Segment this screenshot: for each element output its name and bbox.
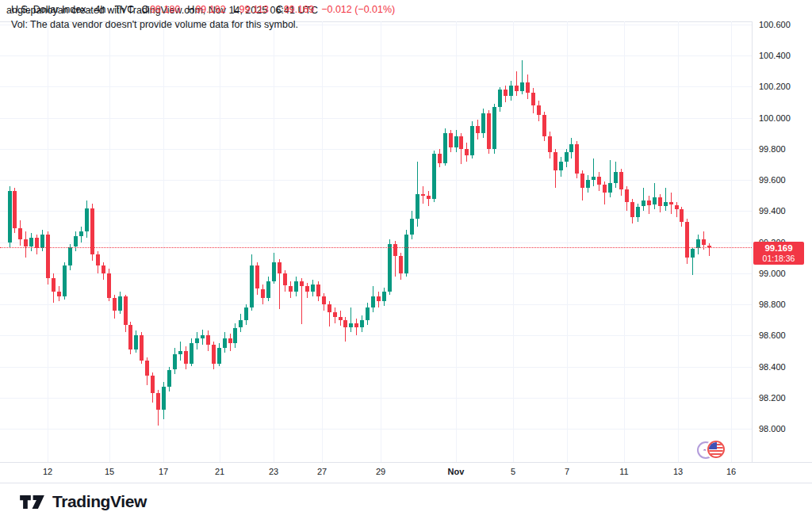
ohlc-high: H99.192 — [187, 3, 225, 17]
candle — [565, 152, 569, 162]
candle — [8, 191, 12, 242]
candle — [459, 136, 463, 149]
price-axis-label: 98.400 — [759, 362, 786, 372]
candle — [327, 304, 331, 312]
us-flag-icon — [707, 441, 725, 458]
tradingview-logo[interactable]: TradingView — [19, 492, 147, 511]
candle — [702, 239, 706, 246]
symbol-logo: ~ — [697, 440, 729, 460]
candle — [647, 200, 651, 205]
price-gridline — [0, 398, 752, 399]
price-axis-label: 100.400 — [759, 51, 791, 60]
candle — [333, 312, 337, 317]
time-gridline — [624, 21, 625, 462]
time-gridline — [274, 21, 274, 462]
time-gridline — [381, 21, 381, 462]
time-gridline — [109, 21, 110, 462]
candle-wick — [665, 188, 666, 211]
candle — [52, 278, 56, 292]
candle — [492, 107, 496, 149]
symbol-title[interactable]: U.S. Dollar Index · 4h · TVC — [11, 3, 134, 17]
candle — [360, 320, 364, 328]
candle — [515, 86, 519, 92]
last-price-value: 99.169 — [753, 242, 804, 254]
candle — [520, 82, 524, 92]
candle — [487, 113, 491, 149]
candle — [636, 207, 640, 218]
candle-wick — [516, 71, 517, 96]
candle — [178, 351, 182, 354]
candle — [531, 93, 535, 105]
candle — [233, 328, 237, 344]
candle — [410, 219, 414, 235]
candle — [79, 231, 83, 236]
candle — [305, 286, 309, 292]
candle — [113, 298, 117, 311]
time-axis-label: 11 — [619, 467, 628, 476]
chart-widget: angiepanoyan created with TradingView.co… — [0, 0, 812, 527]
candle — [156, 393, 160, 411]
candle — [46, 235, 50, 278]
candle — [167, 370, 171, 388]
time-gridline — [513, 21, 514, 462]
candle — [102, 265, 105, 273]
price-axis-label: 98.000 — [759, 424, 786, 433]
candle — [239, 320, 243, 328]
candle — [680, 209, 684, 222]
price-axis-label: 100.000 — [759, 113, 791, 123]
candle — [465, 149, 469, 155]
candle — [289, 286, 293, 292]
candle — [223, 338, 227, 348]
candle — [173, 354, 177, 370]
time-axis[interactable]: 12151721232729Nov57111316 — [0, 463, 812, 483]
candle — [68, 247, 72, 266]
candle — [311, 285, 315, 292]
price-axis-label: 99.600 — [759, 175, 786, 185]
candle — [371, 296, 375, 307]
time-gridline — [731, 21, 732, 462]
candle — [228, 338, 232, 343]
candle — [18, 228, 22, 239]
candle — [575, 144, 579, 174]
chart-legend: U.S. Dollar Index · 4h · TVC O99.180 H99… — [11, 3, 395, 32]
candle — [481, 113, 485, 134]
ohlc-close: C99.169 — [276, 3, 314, 17]
candlestick-plot-area[interactable] — [0, 21, 752, 462]
candle — [504, 90, 508, 96]
candle — [294, 281, 298, 292]
price-axis-label: 99.400 — [759, 206, 786, 216]
candle — [13, 191, 17, 228]
candle — [449, 133, 453, 147]
price-axis[interactable]: 100.600100.400100.200100.00099.80099.600… — [752, 21, 812, 483]
candle — [217, 348, 221, 364]
candle — [190, 343, 193, 364]
candle — [432, 154, 436, 199]
price-gridline — [0, 335, 752, 336]
candle — [261, 289, 265, 299]
candle — [653, 197, 657, 205]
candle — [63, 265, 67, 296]
candle — [316, 285, 320, 297]
price-axis-divider — [752, 21, 753, 462]
price-change: −0.012 (−0.01%) — [321, 3, 395, 17]
candle — [548, 136, 552, 152]
candle — [96, 254, 100, 265]
candle — [608, 183, 612, 193]
candle — [128, 325, 132, 349]
candle — [404, 235, 408, 273]
time-axis-label: 12 — [43, 467, 52, 476]
candle — [266, 281, 270, 299]
candle — [354, 323, 358, 328]
price-axis-label: 99.800 — [759, 144, 786, 154]
price-gridline — [0, 55, 752, 56]
price-axis-label: 98.800 — [759, 300, 786, 309]
candle — [201, 335, 205, 338]
candle — [322, 296, 326, 304]
price-axis-label: 100.200 — [759, 82, 791, 91]
candle — [416, 194, 419, 219]
last-price-line — [0, 247, 752, 248]
time-axis-label: Nov — [448, 467, 465, 476]
candle — [569, 144, 573, 152]
price-gridline — [0, 273, 752, 274]
candle — [255, 265, 259, 288]
